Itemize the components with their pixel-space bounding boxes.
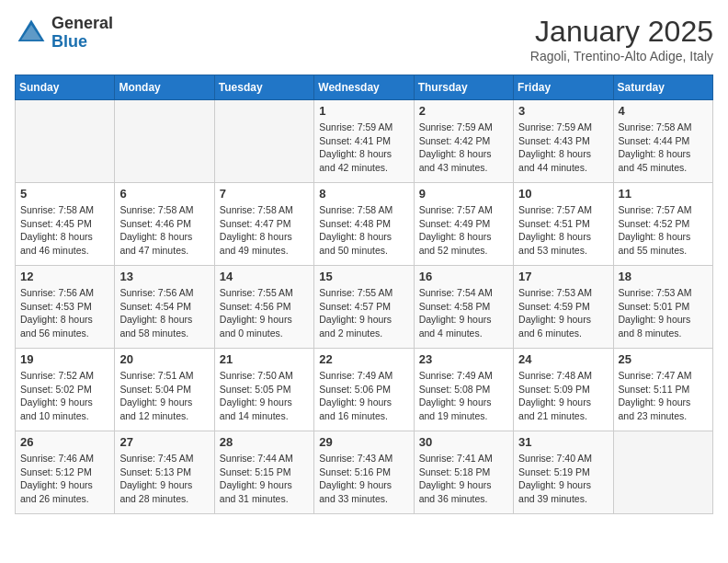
calendar-cell: 28Sunrise: 7:44 AM Sunset: 5:15 PM Dayli… bbox=[214, 431, 313, 514]
calendar-cell bbox=[214, 100, 313, 183]
logo: General Blue bbox=[15, 15, 113, 52]
cell-info-text: Sunrise: 7:55 AM Sunset: 4:57 PM Dayligh… bbox=[319, 286, 408, 340]
calendar-week-row: 1Sunrise: 7:59 AM Sunset: 4:41 PM Daylig… bbox=[16, 100, 713, 183]
cell-day-number: 22 bbox=[319, 352, 408, 366]
cell-day-number: 9 bbox=[419, 187, 508, 201]
calendar-header: Sunday Monday Tuesday Wednesday Thursday… bbox=[16, 75, 713, 100]
col-thursday: Thursday bbox=[414, 75, 513, 100]
cell-day-number: 30 bbox=[419, 435, 508, 449]
cell-info-text: Sunrise: 7:58 AM Sunset: 4:48 PM Dayligh… bbox=[319, 203, 408, 258]
title-block: January 2025 Ragoli, Trentino-Alto Adige… bbox=[530, 15, 713, 63]
cell-info-text: Sunrise: 7:50 AM Sunset: 5:05 PM Dayligh… bbox=[220, 369, 309, 423]
calendar-cell: 10Sunrise: 7:57 AM Sunset: 4:51 PM Dayli… bbox=[514, 183, 613, 266]
cell-day-number: 28 bbox=[220, 435, 309, 449]
cell-day-number: 13 bbox=[119, 270, 209, 283]
calendar-cell: 5Sunrise: 7:58 AM Sunset: 4:45 PM Daylig… bbox=[16, 183, 115, 266]
cell-info-text: Sunrise: 7:52 AM Sunset: 5:02 PM Dayligh… bbox=[20, 369, 109, 423]
cell-day-number: 23 bbox=[419, 352, 508, 366]
calendar-week-row: 12Sunrise: 7:56 AM Sunset: 4:53 PM Dayli… bbox=[16, 266, 713, 349]
calendar-cell: 23Sunrise: 7:49 AM Sunset: 5:08 PM Dayli… bbox=[414, 349, 513, 431]
calendar-week-row: 19Sunrise: 7:52 AM Sunset: 5:02 PM Dayli… bbox=[16, 349, 713, 431]
calendar-cell: 14Sunrise: 7:55 AM Sunset: 4:56 PM Dayli… bbox=[214, 266, 313, 349]
cell-info-text: Sunrise: 7:49 AM Sunset: 5:06 PM Dayligh… bbox=[319, 369, 408, 423]
cell-info-text: Sunrise: 7:48 AM Sunset: 5:09 PM Dayligh… bbox=[518, 369, 608, 423]
cell-info-text: Sunrise: 7:41 AM Sunset: 5:18 PM Dayligh… bbox=[419, 452, 508, 506]
calendar-cell: 19Sunrise: 7:52 AM Sunset: 5:02 PM Dayli… bbox=[16, 349, 115, 431]
cell-info-text: Sunrise: 7:58 AM Sunset: 4:44 PM Dayligh… bbox=[619, 121, 708, 175]
cell-info-text: Sunrise: 7:58 AM Sunset: 4:45 PM Dayligh… bbox=[20, 203, 109, 258]
cell-day-number: 19 bbox=[20, 352, 109, 366]
calendar-cell: 16Sunrise: 7:54 AM Sunset: 4:58 PM Dayli… bbox=[414, 266, 513, 349]
cell-info-text: Sunrise: 7:49 AM Sunset: 5:08 PM Dayligh… bbox=[419, 369, 508, 423]
cell-day-number: 20 bbox=[119, 352, 209, 366]
cell-info-text: Sunrise: 7:45 AM Sunset: 5:13 PM Dayligh… bbox=[119, 452, 209, 506]
col-saturday: Saturday bbox=[613, 75, 712, 100]
calendar-week-row: 5Sunrise: 7:58 AM Sunset: 4:45 PM Daylig… bbox=[16, 183, 713, 266]
col-monday: Monday bbox=[115, 75, 214, 100]
cell-info-text: Sunrise: 7:57 AM Sunset: 4:49 PM Dayligh… bbox=[419, 203, 508, 258]
cell-day-number: 15 bbox=[319, 270, 408, 283]
calendar-cell: 21Sunrise: 7:50 AM Sunset: 5:05 PM Dayli… bbox=[214, 349, 313, 431]
cell-day-number: 2 bbox=[419, 104, 508, 118]
logo-icon bbox=[15, 17, 48, 50]
cell-day-number: 5 bbox=[20, 187, 109, 201]
calendar-cell: 27Sunrise: 7:45 AM Sunset: 5:13 PM Dayli… bbox=[115, 431, 214, 514]
cell-day-number: 7 bbox=[220, 187, 309, 201]
calendar-cell: 31Sunrise: 7:40 AM Sunset: 5:19 PM Dayli… bbox=[514, 431, 613, 514]
cell-day-number: 1 bbox=[319, 104, 408, 118]
cell-day-number: 18 bbox=[619, 270, 708, 283]
cell-info-text: Sunrise: 7:53 AM Sunset: 5:01 PM Dayligh… bbox=[619, 286, 708, 340]
cell-info-text: Sunrise: 7:47 AM Sunset: 5:11 PM Dayligh… bbox=[619, 369, 708, 423]
calendar-cell bbox=[115, 100, 214, 183]
cell-info-text: Sunrise: 7:59 AM Sunset: 4:41 PM Dayligh… bbox=[319, 121, 408, 175]
cell-info-text: Sunrise: 7:56 AM Sunset: 4:54 PM Dayligh… bbox=[119, 286, 209, 340]
cell-info-text: Sunrise: 7:57 AM Sunset: 4:51 PM Dayligh… bbox=[518, 203, 608, 258]
cell-day-number: 3 bbox=[518, 104, 608, 118]
location-text: Ragoli, Trentino-Alto Adige, Italy bbox=[530, 49, 713, 63]
calendar-cell: 15Sunrise: 7:55 AM Sunset: 4:57 PM Dayli… bbox=[314, 266, 414, 349]
cell-info-text: Sunrise: 7:59 AM Sunset: 4:43 PM Dayligh… bbox=[518, 121, 608, 175]
calendar-cell: 12Sunrise: 7:56 AM Sunset: 4:53 PM Dayli… bbox=[16, 266, 115, 349]
calendar-cell: 3Sunrise: 7:59 AM Sunset: 4:43 PM Daylig… bbox=[514, 100, 613, 183]
calendar-cell bbox=[16, 100, 115, 183]
cell-day-number: 6 bbox=[119, 187, 209, 201]
cell-info-text: Sunrise: 7:54 AM Sunset: 4:58 PM Dayligh… bbox=[419, 286, 508, 340]
cell-day-number: 25 bbox=[619, 352, 708, 366]
calendar-cell: 29Sunrise: 7:43 AM Sunset: 5:16 PM Dayli… bbox=[314, 431, 414, 514]
logo-general-text: General bbox=[51, 14, 113, 32]
cell-info-text: Sunrise: 7:40 AM Sunset: 5:19 PM Dayligh… bbox=[518, 452, 608, 506]
cell-info-text: Sunrise: 7:53 AM Sunset: 4:59 PM Dayligh… bbox=[518, 286, 608, 340]
cell-day-number: 29 bbox=[319, 435, 408, 449]
cell-day-number: 10 bbox=[518, 187, 608, 201]
calendar-cell: 30Sunrise: 7:41 AM Sunset: 5:18 PM Dayli… bbox=[414, 431, 513, 514]
days-of-week-row: Sunday Monday Tuesday Wednesday Thursday… bbox=[16, 75, 713, 100]
logo-blue-text: Blue bbox=[51, 32, 87, 51]
calendar-cell: 2Sunrise: 7:59 AM Sunset: 4:42 PM Daylig… bbox=[414, 100, 513, 183]
calendar-cell: 17Sunrise: 7:53 AM Sunset: 4:59 PM Dayli… bbox=[514, 266, 613, 349]
month-title: January 2025 bbox=[530, 15, 713, 49]
calendar-week-row: 26Sunrise: 7:46 AM Sunset: 5:12 PM Dayli… bbox=[16, 431, 713, 514]
calendar-cell: 4Sunrise: 7:58 AM Sunset: 4:44 PM Daylig… bbox=[613, 100, 712, 183]
col-wednesday: Wednesday bbox=[314, 75, 414, 100]
cell-day-number: 4 bbox=[619, 104, 708, 118]
cell-day-number: 21 bbox=[220, 352, 309, 366]
calendar-cell: 13Sunrise: 7:56 AM Sunset: 4:54 PM Dayli… bbox=[115, 266, 214, 349]
col-friday: Friday bbox=[514, 75, 613, 100]
cell-day-number: 11 bbox=[619, 187, 708, 201]
cell-day-number: 8 bbox=[319, 187, 408, 201]
calendar-cell: 20Sunrise: 7:51 AM Sunset: 5:04 PM Dayli… bbox=[115, 349, 214, 431]
cell-info-text: Sunrise: 7:51 AM Sunset: 5:04 PM Dayligh… bbox=[119, 369, 209, 423]
cell-info-text: Sunrise: 7:58 AM Sunset: 4:47 PM Dayligh… bbox=[220, 203, 309, 258]
col-tuesday: Tuesday bbox=[214, 75, 313, 100]
cell-day-number: 31 bbox=[518, 435, 608, 449]
cell-day-number: 24 bbox=[518, 352, 608, 366]
cell-info-text: Sunrise: 7:56 AM Sunset: 4:53 PM Dayligh… bbox=[20, 286, 109, 340]
cell-day-number: 12 bbox=[20, 270, 109, 283]
calendar-cell: 6Sunrise: 7:58 AM Sunset: 4:46 PM Daylig… bbox=[115, 183, 214, 266]
calendar-body: 1Sunrise: 7:59 AM Sunset: 4:41 PM Daylig… bbox=[16, 100, 713, 514]
cell-info-text: Sunrise: 7:46 AM Sunset: 5:12 PM Dayligh… bbox=[20, 452, 109, 506]
cell-day-number: 14 bbox=[220, 270, 309, 283]
cell-info-text: Sunrise: 7:59 AM Sunset: 4:42 PM Dayligh… bbox=[419, 121, 508, 175]
cell-info-text: Sunrise: 7:58 AM Sunset: 4:46 PM Dayligh… bbox=[119, 203, 209, 258]
calendar-cell: 11Sunrise: 7:57 AM Sunset: 4:52 PM Dayli… bbox=[613, 183, 712, 266]
